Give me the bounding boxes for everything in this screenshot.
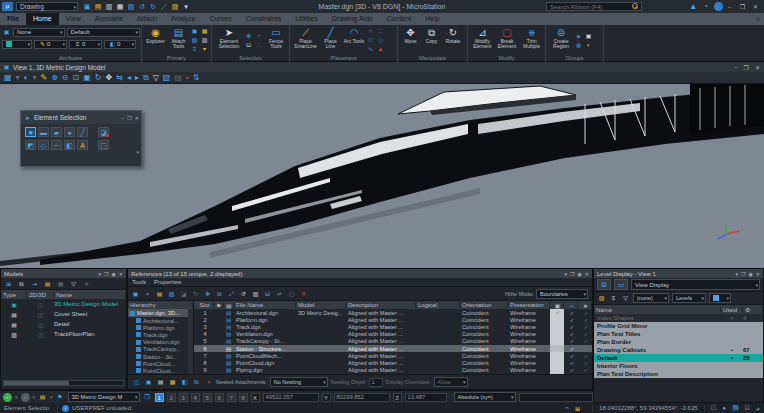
walk-icon[interactable]: ⇆ <box>116 73 123 83</box>
zoom-in-icon[interactable]: ⊕ <box>51 73 58 83</box>
raster-manager-icon[interactable]: ▧ <box>190 36 199 44</box>
move-reference-icon[interactable]: ✥ <box>203 290 212 298</box>
footer-locate-icon[interactable]: ▤ <box>156 378 165 386</box>
models-icon[interactable]: ▣ <box>190 27 199 35</box>
break-element-button[interactable]: ▢Break Element <box>495 27 520 55</box>
restore-button[interactable]: ❐ <box>736 2 749 12</box>
block-mode-icon[interactable]: ▬ <box>38 127 49 137</box>
model-row[interactable]: ▤ ◫ Detail <box>1 319 126 329</box>
models-close-icon[interactable]: ✕ <box>119 271 123 277</box>
view-toggle-8[interactable]: 8 <box>239 393 248 402</box>
individual-mode-icon[interactable]: ■ <box>25 127 36 137</box>
place-point-icon[interactable]: ∷ <box>376 27 385 35</box>
view-attributes-icon[interactable]: ▦ <box>4 73 12 83</box>
active-color-dropdown[interactable] <box>2 40 32 49</box>
group-hole-icon[interactable]: ▣ <box>584 32 593 40</box>
user-avatar[interactable] <box>714 2 723 11</box>
line-weight-dropdown[interactable]: ≡0 <box>69 40 102 49</box>
nested-attachments-dropdown[interactable]: No Nesting <box>270 377 328 387</box>
print-preview-icon[interactable]: ▨ <box>171 3 179 11</box>
more-commands-icon[interactable]: ▾ <box>182 3 190 11</box>
arc-tools-button[interactable]: ◠Arc Tools <box>342 27 366 55</box>
place-text-icon[interactable]: ▲ <box>376 45 385 53</box>
level-display-float-icon[interactable]: ❐ <box>741 271 745 277</box>
models-panel-title-bar[interactable]: Models ▾ ❐ ◉ ✕ <box>1 269 126 278</box>
geo-coordinates[interactable]: 18.04012288°, 59.34394554°, -3.635 <box>599 405 698 411</box>
reference-row[interactable]: 1▤Architectural.dgn3D Metric Desig...Ali… <box>194 309 592 316</box>
open-file-icon[interactable]: ▤ <box>94 3 102 11</box>
element-selection-button[interactable]: ➤Element Selection <box>214 27 244 55</box>
active-class-dropdown[interactable]: None <box>13 28 65 37</box>
modify-element-button[interactable]: ⊿Modify Element <box>470 27 495 55</box>
model-row[interactable]: ▤ ◫ Cover Sheet <box>1 309 126 319</box>
footer-georef-icon[interactable]: ◧ <box>180 378 189 386</box>
display-style-icon[interactable]: ◐ <box>24 73 29 83</box>
acs-mode-dropdown[interactable]: Absolute (xy=) <box>454 392 516 402</box>
dialog-pin-icon[interactable]: ❐ <box>127 115 131 121</box>
redo-icon[interactable]: ↻ <box>149 3 157 11</box>
graphic-group-lock-icon[interactable]: ◐ <box>584 41 593 49</box>
references-properties-menu[interactable]: Properties <box>154 279 181 285</box>
new-selection-icon[interactable]: ◩ <box>25 140 36 150</box>
level-display-pin-icon[interactable]: ◉ <box>748 271 752 277</box>
reference-row[interactable]: 5▤TrackCanopy - St...Aligned with Master… <box>194 338 592 345</box>
import-model-icon[interactable]: ⇥ <box>30 280 39 288</box>
save-icon[interactable]: ▥ <box>105 3 113 11</box>
cells-icon[interactable]: ▾ <box>200 45 209 53</box>
models-pin-icon[interactable]: ◉ <box>111 271 115 277</box>
dialog-close-icon[interactable]: ✕ <box>135 115 139 121</box>
delete-model-icon[interactable]: ✕ <box>82 280 91 288</box>
tab-constraints[interactable]: Constraints <box>239 13 288 25</box>
level-color-dropdown[interactable] <box>709 293 731 303</box>
tab-file[interactable]: File <box>0 13 26 25</box>
references-close-icon[interactable]: ✕ <box>585 271 589 277</box>
snap-mode-icon[interactable]: ⌁ <box>565 404 569 412</box>
select-by-attributes-icon[interactable]: ∴ <box>254 41 263 49</box>
reload-reference-icon[interactable]: ↻ <box>191 290 200 298</box>
file-status-icon[interactable]: ▤ <box>732 404 739 412</box>
close-button[interactable]: ✕ <box>749 2 762 12</box>
footer-flag-icon[interactable]: ▪ <box>204 378 213 386</box>
reference-row[interactable]: 9▤Piping.dgnAligned with Master ...Coinc… <box>194 367 592 374</box>
markup-icon[interactable]: ▥ <box>200 36 209 44</box>
view-toggle-5[interactable]: 5 <box>203 393 212 402</box>
view-restore-icon[interactable]: ❐ <box>744 64 749 71</box>
transparency-dropdown[interactable]: ◧0 <box>104 40 136 49</box>
place-smartline-button[interactable]: ⟋Place SmartLine <box>292 27 319 55</box>
active-tool-status[interactable]: Element Selectio <box>0 403 58 413</box>
view-toggle-6[interactable]: 6 <box>215 393 224 402</box>
model-row[interactable]: ▨ ◫ TrackFloorPlan <box>1 329 126 339</box>
undo-icon[interactable]: ↺ <box>138 3 146 11</box>
copy-view-icon[interactable]: ⧉ <box>143 73 149 83</box>
view-toggle-4[interactable]: 4 <box>191 393 200 402</box>
clip-reference-icon[interactable]: ▤ <box>155 290 164 298</box>
element-info-icon[interactable]: ／ <box>160 3 168 11</box>
models-table-header[interactable]: Type 2D/3D Name <box>1 290 126 299</box>
print-icon[interactable]: ▦ <box>116 3 124 11</box>
view-toggle-3[interactable]: 3 <box>179 393 188 402</box>
remove-reference-icon[interactable]: ✕ <box>299 290 308 298</box>
line-style-dropdown[interactable]: ✎0 <box>34 40 67 49</box>
back-chevron-icon[interactable]: ▾ <box>15 394 18 400</box>
tab-curves[interactable]: Curves <box>203 13 239 25</box>
select-none-icon[interactable]: ◔ <box>254 32 263 40</box>
references-table-header[interactable]: Slot ⚑ ▤ File Name Model Description Log… <box>194 301 592 309</box>
footer-raster-icon[interactable]: ▦ <box>168 378 177 386</box>
drop-element-icon[interactable]: ⩏ <box>574 32 583 40</box>
open-reference-icon[interactable]: ▢ <box>287 290 296 298</box>
new-file-icon[interactable]: ▣ <box>83 3 91 11</box>
element-selection-dialog[interactable]: ➤ Element Selection – ❐ ✕ ■ ▬ ▰ ● ╱ ◪ ◩ … <box>20 110 142 167</box>
references-icon[interactable]: ▦ <box>200 27 209 35</box>
level-manager-icon[interactable]: ≡ <box>190 45 199 53</box>
tree-item[interactable]: Platform.dgn <box>128 324 193 331</box>
notifications-bell-icon[interactable]: ▲ <box>689 2 697 11</box>
zoom-out-icon[interactable]: ⊖ <box>62 73 69 83</box>
level-row-active[interactable]: Default•25 <box>594 354 763 362</box>
tab-drawing-aids[interactable]: Drawing Aids <box>325 13 380 25</box>
clipboard-icon[interactable]: ⧉ <box>745 404 750 412</box>
shape-mode-icon[interactable]: ▰ <box>51 127 62 137</box>
copy-model-icon[interactable]: ⧉ <box>17 280 26 288</box>
clear-selection-icon[interactable]: ◪ <box>98 127 109 137</box>
message-center[interactable]: i USERPREF unloaded. <box>58 403 137 413</box>
tab-utilities[interactable]: Utilities <box>288 13 325 25</box>
